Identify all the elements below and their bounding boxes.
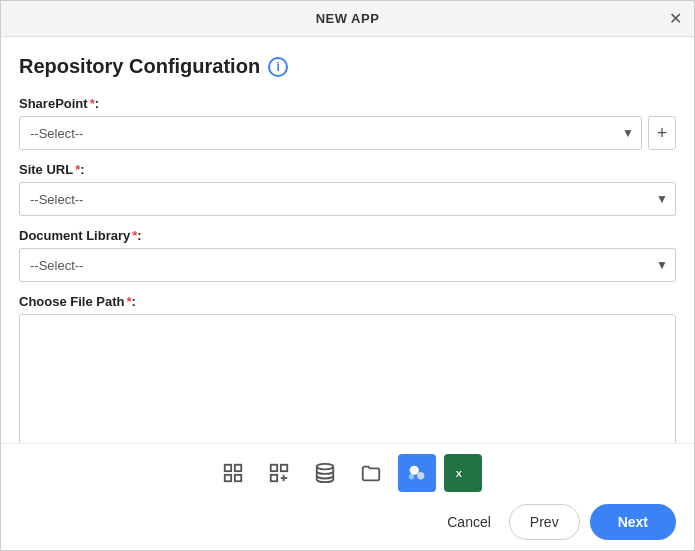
cancel-button[interactable]: Cancel [439, 510, 499, 534]
svg-rect-3 [234, 475, 240, 481]
svg-point-12 [408, 474, 414, 480]
page-title: Repository Configuration [19, 55, 260, 78]
svg-point-9 [316, 464, 333, 470]
sharepoint-wrapper: --Select-- ▼ + [19, 116, 676, 150]
svg-rect-5 [280, 465, 286, 471]
add-sharepoint-button[interactable]: + [648, 116, 676, 150]
site-url-select[interactable]: --Select-- [19, 182, 676, 216]
file-path-field-group: Choose File Path*: [19, 294, 676, 443]
site-url-label: Site URL*: [19, 162, 676, 177]
document-library-select[interactable]: --Select-- [19, 248, 676, 282]
action-bar: Cancel Prev Next [19, 504, 676, 540]
svg-point-10 [409, 466, 418, 475]
grid-icon-button[interactable] [214, 454, 252, 492]
sharepoint-select[interactable]: --Select-- [19, 116, 642, 150]
page-title-area: Repository Configuration i [19, 55, 676, 78]
svg-rect-1 [234, 465, 240, 471]
excel-icon-button[interactable]: X [444, 454, 482, 492]
svg-rect-0 [224, 465, 230, 471]
svg-point-11 [417, 472, 424, 479]
next-button[interactable]: Next [590, 504, 676, 540]
info-icon[interactable]: i [268, 57, 288, 77]
file-path-label: Choose File Path*: [19, 294, 676, 309]
prev-button[interactable]: Prev [509, 504, 580, 540]
svg-rect-4 [270, 465, 276, 471]
svg-text:X: X [455, 469, 462, 479]
site-url-field-group: Site URL*: --Select-- ▼ [19, 162, 676, 216]
titlebar: NEW APP ✕ [1, 1, 694, 37]
grid-plus-icon-button[interactable] [260, 454, 298, 492]
document-library-label: Document Library*: [19, 228, 676, 243]
sharepoint-field-group: SharePoint*: --Select-- ▼ + [19, 96, 676, 150]
svg-rect-6 [270, 475, 276, 481]
close-button[interactable]: ✕ [669, 11, 682, 27]
file-path-textarea[interactable] [19, 314, 676, 443]
dialog-title: NEW APP [316, 11, 380, 26]
icon-bar: X [19, 454, 676, 492]
document-library-field-group: Document Library*: --Select-- ▼ [19, 228, 676, 282]
content-area: Repository Configuration i SharePoint*: … [1, 37, 694, 443]
sharepoint-icon-button[interactable] [398, 454, 436, 492]
database-icon-button[interactable] [306, 454, 344, 492]
sharepoint-label: SharePoint*: [19, 96, 676, 111]
folder-icon-button[interactable] [352, 454, 390, 492]
footer: X Cancel Prev Next [1, 443, 694, 550]
dialog: NEW APP ✕ Repository Configuration i Sha… [0, 0, 695, 551]
svg-rect-2 [224, 475, 230, 481]
